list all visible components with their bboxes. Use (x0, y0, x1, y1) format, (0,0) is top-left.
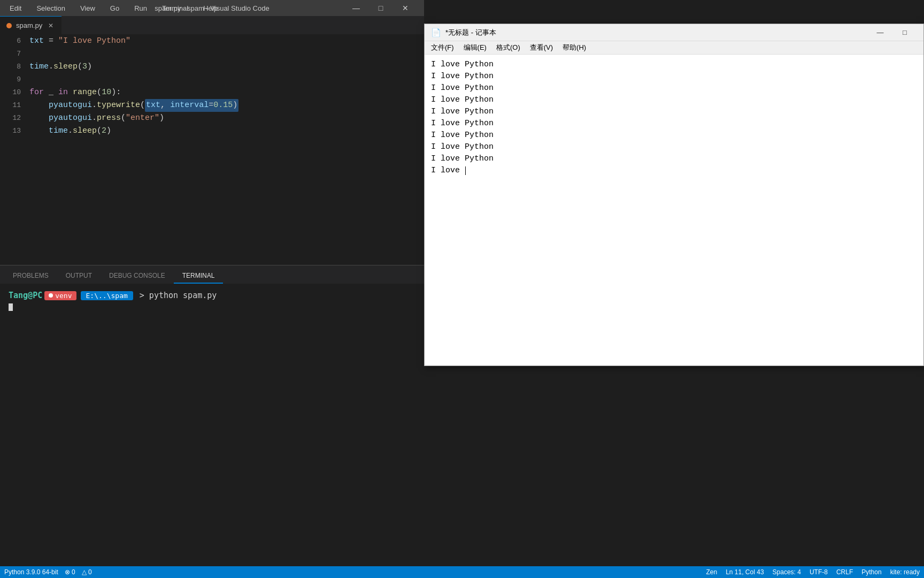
vscode-window: Edit Selection View Go Run Terminal Help… (0, 0, 424, 578)
line-content-8: time.sleep(3) (29, 60, 424, 73)
status-language[interactable]: Python (861, 568, 881, 576)
notepad-line-2: I love Python (431, 71, 917, 82)
line-content-6: txt = "I love Python" (29, 35, 424, 48)
menu-view[interactable]: View (77, 3, 98, 13)
notepad-line-7: I love Python (431, 130, 917, 141)
code-line-8: 8 time.sleep(3) (0, 60, 424, 73)
panel-tabs: PROBLEMS OUTPUT DEBUG CONSOLE TERMINAL (0, 265, 424, 284)
tab-filename: spam.py (16, 21, 42, 29)
code-line-7: 7 (0, 48, 424, 60)
line-number-13: 13 (0, 125, 29, 138)
status-left: Python 3.9.0 64-bit ⊗ 0 △ 0 (4, 568, 92, 576)
tab-output[interactable]: OUTPUT (57, 269, 101, 284)
line-number-8: 8 (0, 60, 29, 73)
notepad-menu-view[interactable]: 查看(V) (526, 42, 557, 54)
code-line-13: 13 time.sleep(2) (0, 125, 424, 138)
notepad-line-10: I love (431, 165, 917, 177)
line-number-7: 7 (0, 48, 29, 60)
menu-selection[interactable]: Selection (33, 3, 68, 13)
code-editor[interactable]: 6 txt = "I love Python" 7 8 time.sleep(3… (0, 35, 424, 265)
notepad-line-3: I love Python (431, 82, 917, 94)
code-line-9: 9 (0, 73, 424, 86)
minimize-button[interactable]: — (344, 0, 368, 16)
tab-spam-py[interactable]: spam.py ✕ (0, 16, 61, 35)
titlebar: Edit Selection View Go Run Terminal Help… (0, 0, 424, 16)
status-right: Zen Ln 11, Col 43 Spaces: 4 UTF-8 CRLF P… (706, 568, 920, 576)
menu-edit[interactable]: Edit (6, 3, 25, 13)
code-line-12: 12 pyautogui.press("enter") (0, 112, 424, 125)
terminal-cursor (9, 302, 415, 311)
status-eol[interactable]: CRLF (836, 568, 853, 576)
line-number-6: 6 (0, 35, 29, 48)
code-line-11: 11 pyautogui.typewrite(txt, interval=0.1… (0, 99, 424, 112)
close-button[interactable]: ✕ (393, 0, 418, 16)
line-content-11: pyautogui.typewrite(txt, interval=0.15) (29, 99, 424, 112)
prompt-path: E:\..\spam (81, 291, 133, 300)
venv-label: venv (55, 292, 72, 300)
line-number-12: 12 (0, 112, 29, 125)
menu-go[interactable]: Go (107, 3, 122, 13)
terminal-prompt: Tang@PC venv E:\..\spam > python spam.py (9, 291, 415, 300)
notepad-line-1: I love Python (431, 59, 917, 71)
line-content-12: pyautogui.press("enter") (29, 112, 424, 125)
notepad-menu-file[interactable]: 文件(F) (427, 42, 458, 54)
status-encoding[interactable]: UTF-8 (810, 568, 828, 576)
prompt-venv: venv (44, 291, 76, 300)
notepad-menu-help[interactable]: 帮助(H) (558, 42, 590, 54)
tab-problems[interactable]: PROBLEMS (4, 269, 57, 284)
notepad-menu-format[interactable]: 格式(O) (492, 42, 525, 54)
tab-bar: spam.py ✕ (0, 16, 424, 35)
status-bar: Python 3.9.0 64-bit ⊗ 0 △ 0 Zen Ln 11, C… (0, 566, 924, 578)
terminal-command: > python spam.py (140, 291, 217, 300)
terminal-content[interactable]: Tang@PC venv E:\..\spam > python spam.py (0, 284, 424, 372)
notepad-line-5: I love Python (431, 106, 917, 118)
tab-debug-console[interactable]: DEBUG CONSOLE (101, 269, 174, 284)
code-line-empty (0, 138, 424, 191)
prompt-username: Tang@PC (9, 291, 42, 300)
status-line-col[interactable]: Ln 11, Col 43 (726, 568, 764, 576)
notepad-content[interactable]: I love Python I love Python I love Pytho… (425, 55, 923, 366)
status-warnings: △ 0 (82, 568, 92, 576)
status-errors: ⊗ 0 (65, 568, 75, 576)
notepad-titlebar: 📄 *无标题 - 记事本 — □ (425, 24, 923, 41)
notepad-line-9: I love Python (431, 153, 917, 165)
notepad-minimize[interactable]: — (868, 24, 892, 41)
code-line-6: 6 txt = "I love Python" (0, 35, 424, 48)
maximize-button[interactable]: □ (368, 0, 393, 16)
notepad-icon: 📄 (431, 28, 441, 37)
line-number-11: 11 (0, 99, 29, 112)
notepad-partial-line: I love (431, 166, 465, 175)
tab-close-button[interactable]: ✕ (47, 21, 55, 30)
venv-dot-icon (49, 293, 53, 298)
notepad-line-8: I love Python (431, 141, 917, 153)
window-controls: — □ ✕ (344, 0, 418, 16)
notepad-menu-edit[interactable]: 编辑(E) (459, 42, 491, 54)
menu-run[interactable]: Run (131, 3, 150, 13)
panel: PROBLEMS OUTPUT DEBUG CONSOLE TERMINAL T… (0, 265, 424, 372)
window-title: spam.py - spam - Visual Studio Code (155, 4, 269, 12)
notepad-line-4: I love Python (431, 94, 917, 106)
notepad-menubar: 文件(F) 编辑(E) 格式(O) 查看(V) 帮助(H) (425, 41, 923, 55)
line-content-13: time.sleep(2) (29, 125, 424, 138)
status-linter[interactable]: kite: ready (890, 568, 920, 576)
notepad-line-6: I love Python (431, 118, 917, 130)
status-mode[interactable]: Zen (706, 568, 717, 576)
code-line-10: 10 for _ in range(10): (0, 86, 424, 99)
line-content-10: for _ in range(10): (29, 86, 424, 99)
tab-file-icon (6, 23, 12, 28)
status-spaces[interactable]: Spaces: 4 (773, 568, 801, 576)
notepad-title: *无标题 - 记事本 (445, 28, 864, 37)
notepad-window: 📄 *无标题 - 记事本 — □ 文件(F) 编辑(E) 格式(O) 查看(V)… (424, 24, 924, 366)
notepad-cursor (465, 166, 466, 175)
status-python-version[interactable]: Python 3.9.0 64-bit (4, 568, 58, 576)
line-number-10: 10 (0, 86, 29, 99)
tab-terminal[interactable]: TERMINAL (174, 269, 224, 284)
notepad-controls: — □ (868, 24, 917, 41)
line-number-9: 9 (0, 73, 29, 86)
code-content: 6 txt = "I love Python" 7 8 time.sleep(3… (0, 35, 424, 265)
notepad-maximize[interactable]: □ (892, 24, 917, 41)
